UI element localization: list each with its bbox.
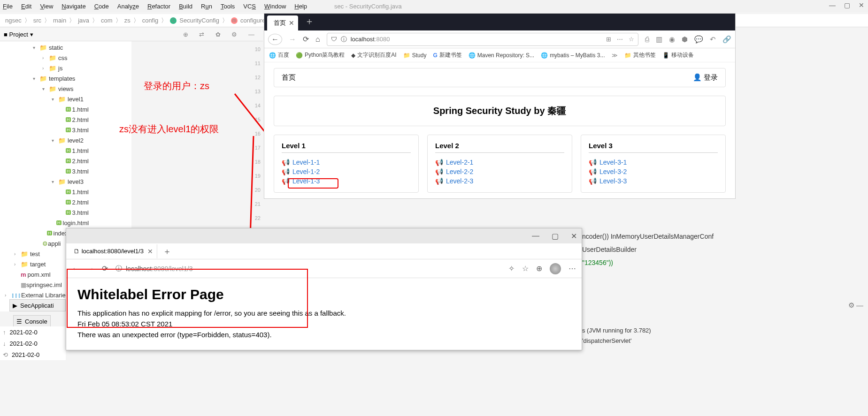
- bc-zs[interactable]: zs: [124, 17, 131, 24]
- menu-file[interactable]: File: [3, 3, 13, 10]
- tree-l2-3[interactable]: 3.html: [72, 168, 89, 175]
- bc-main[interactable]: main: [53, 17, 66, 24]
- tree-l3-2[interactable]: 2.html: [72, 199, 89, 206]
- menu-refactor[interactable]: Refactor: [147, 3, 170, 10]
- star-icon[interactable]: ☆: [629, 36, 634, 43]
- tree-l1-2[interactable]: 2.html: [72, 116, 89, 123]
- forward-button[interactable]: →: [289, 35, 296, 44]
- link-level-2-1[interactable]: 📢Level-2-1: [435, 158, 564, 167]
- new-tab-button[interactable]: ＋: [305, 15, 314, 28]
- close-icon[interactable]: ✕: [147, 248, 153, 255]
- tree-l3-1[interactable]: 1.html: [72, 189, 89, 196]
- browser2-urlbar[interactable]: ⓘ localhost:8080/level1/3: [115, 265, 501, 273]
- nav-login[interactable]: 👤 登录: [693, 73, 718, 82]
- menu-run[interactable]: Run: [201, 3, 212, 10]
- link-level-1-1[interactable]: 📢Level-1-1: [282, 158, 411, 167]
- chat-icon[interactable]: 💬: [694, 35, 703, 44]
- library-icon[interactable]: ⎙: [645, 35, 649, 43]
- menu-tools[interactable]: Tools: [221, 3, 235, 10]
- menu-code[interactable]: Code: [94, 3, 109, 10]
- link-level-1-2[interactable]: 📢Level-1-2: [282, 167, 411, 176]
- bc-method[interactable]: configure: [240, 17, 265, 24]
- tree-templates[interactable]: templates: [49, 75, 75, 82]
- bm-google[interactable]: G 新建书签: [433, 51, 461, 59]
- back-button[interactable]: ←: [72, 265, 79, 273]
- account-icon[interactable]: ◉: [669, 35, 675, 44]
- tree-l3-3[interactable]: 3.html: [72, 209, 89, 216]
- close-icon[interactable]: ✕: [571, 232, 577, 241]
- bm-python[interactable]: 🟢 Python菜鸟教程: [296, 51, 345, 59]
- qr-icon[interactable]: ⊞: [606, 36, 611, 43]
- collections-icon[interactable]: ⊕: [536, 264, 542, 273]
- menu-vcs[interactable]: VCS: [243, 3, 256, 10]
- menu-icon[interactable]: ⋯: [568, 264, 576, 273]
- maximize-icon[interactable]: ▢: [552, 232, 559, 241]
- bc-src[interactable]: src: [33, 17, 41, 24]
- bc-java[interactable]: java: [78, 17, 89, 24]
- minimize-icon[interactable]: —: [532, 232, 539, 240]
- home-button[interactable]: ⌂: [315, 35, 320, 44]
- tree-login[interactable]: login.html: [63, 219, 89, 227]
- tree-target[interactable]: target: [30, 261, 46, 268]
- menu-help[interactable]: Help: [294, 3, 307, 10]
- maximize-icon[interactable]: ▢: [844, 1, 850, 9]
- browser2-tab[interactable]: 🗋 localhost:8080/level1/3 ✕: [69, 244, 157, 258]
- menu-edit[interactable]: Edit: [21, 3, 31, 10]
- menu-view[interactable]: View: [40, 3, 53, 10]
- browser1-tab[interactable]: 首页 ✕: [267, 15, 298, 30]
- bm-mobile[interactable]: 📱 移动设备: [662, 51, 694, 59]
- bm-ai[interactable]: ◆ 文字识别百度AI: [351, 51, 396, 59]
- run-tab-console[interactable]: ☰ Console: [13, 315, 51, 327]
- tree-external-libs[interactable]: External Libraries: [21, 292, 69, 299]
- undo-icon[interactable]: ↶: [710, 35, 716, 44]
- bc-config[interactable]: config: [142, 17, 159, 24]
- bm-study[interactable]: 📁 Study: [403, 52, 427, 59]
- avatar[interactable]: [550, 263, 561, 274]
- back-button[interactable]: ←: [268, 34, 282, 45]
- tree-css[interactable]: css: [58, 54, 68, 61]
- reload-button[interactable]: ⟳: [303, 35, 309, 44]
- bm-baidu[interactable]: 🌐 百度: [269, 51, 289, 59]
- tree-l2-1[interactable]: 1.html: [72, 147, 89, 154]
- reload-button[interactable]: ⟳: [102, 264, 108, 273]
- link-icon[interactable]: 🔗: [722, 35, 731, 44]
- bc-com[interactable]: com: [101, 17, 113, 24]
- link-level-2-3[interactable]: 📢Level-2-3: [435, 176, 564, 186]
- link-level-1-3[interactable]: 📢Level-1-3: [282, 176, 411, 186]
- tree-appli[interactable]: appli: [48, 240, 61, 247]
- new-tab-button[interactable]: ＋: [163, 246, 171, 257]
- tree-static[interactable]: static: [49, 44, 63, 51]
- menu-analyze[interactable]: Analyze: [117, 3, 139, 10]
- bc-class[interactable]: SecurityConfig: [179, 17, 219, 24]
- link-level-3-3[interactable]: 📢Level-3-3: [589, 176, 718, 186]
- tree-level1[interactable]: level1: [68, 96, 84, 103]
- bm-maven[interactable]: 🌐 Maven Repository: S...: [469, 52, 534, 59]
- tree-l1-1[interactable]: 1.html: [72, 106, 89, 113]
- browser1-urlbar[interactable]: 🛡 ⓘ localhost:8080 ⊞⋯☆: [327, 33, 638, 46]
- link-level-3-1[interactable]: 📢Level-3-1: [589, 158, 718, 167]
- tree-iml[interactable]: springsec.iml: [26, 281, 62, 288]
- link-level-3-2[interactable]: 📢Level-3-2: [589, 167, 718, 176]
- sidebar-icon[interactable]: ▥: [656, 35, 662, 44]
- tree-js[interactable]: js: [58, 65, 62, 72]
- favorite-icon[interactable]: ☆: [522, 264, 529, 273]
- run-tool-buttons[interactable]: ⚙ —: [848, 301, 863, 310]
- project-label[interactable]: Project: [9, 31, 28, 38]
- menu-build[interactable]: Build: [179, 3, 192, 10]
- menu-window[interactable]: Window: [264, 3, 286, 10]
- tree-l1-3[interactable]: 3.html: [72, 127, 89, 134]
- menu-navigate[interactable]: Navigate: [61, 3, 85, 10]
- tree-level3[interactable]: level3: [68, 178, 84, 185]
- tree-level2[interactable]: level2: [68, 137, 84, 144]
- bm-overflow[interactable]: ≫: [612, 52, 618, 59]
- run-tab-app[interactable]: ▶ SecApplicati: [9, 299, 66, 311]
- bm-other[interactable]: 📁 其他书签: [624, 51, 656, 59]
- read-icon[interactable]: ✧: [508, 264, 515, 273]
- nav-home[interactable]: 首页: [282, 73, 296, 82]
- tree-pom[interactable]: pom.xml: [28, 271, 51, 278]
- tree-l2-2[interactable]: 2.html: [72, 158, 89, 165]
- close-icon[interactable]: ✕: [859, 1, 864, 9]
- bm-mybatis[interactable]: 🌐 mybatis – MyBatis 3...: [541, 52, 605, 59]
- link-level-2-2[interactable]: 📢Level-2-2: [435, 167, 564, 176]
- project-tools[interactable]: ⊕ ⇄ ✿ ⚙ —: [183, 31, 259, 38]
